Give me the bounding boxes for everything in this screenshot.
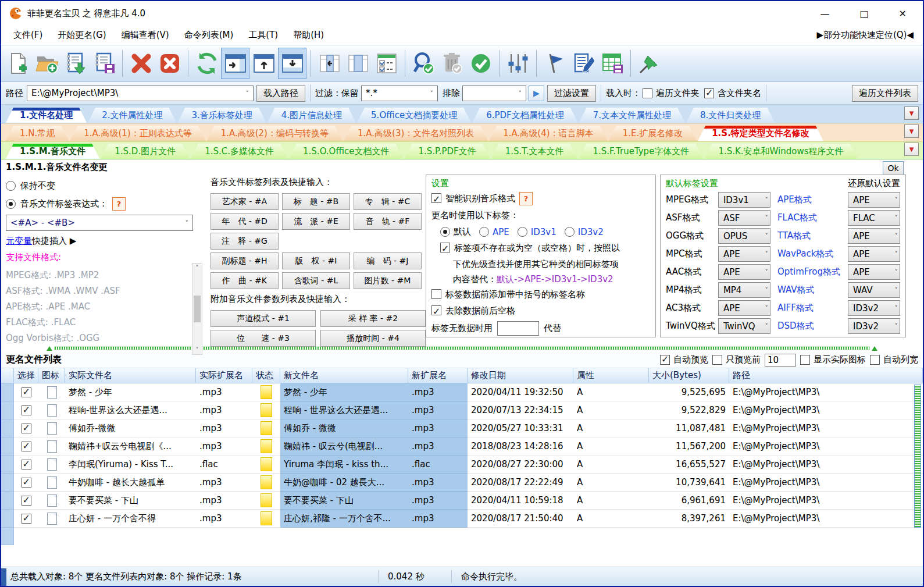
apply-filter-button[interactable]: [529, 86, 544, 101]
show-real-icons-checkbox[interactable]: [800, 355, 810, 365]
panel-right-button[interactable]: [221, 48, 249, 79]
row-checkbox[interactable]: [22, 460, 31, 469]
traverse-folders-checkbox[interactable]: [643, 88, 652, 98]
tag-button-7[interactable]: 副标题 - #H: [211, 252, 279, 269]
menu-item-4[interactable]: 工具(T): [241, 28, 286, 42]
edit-list-button[interactable]: [569, 48, 598, 79]
exclude-combobox[interactable]: [462, 86, 526, 101]
param-button-3[interactable]: 播放时间 - #4: [320, 330, 426, 347]
chevron-down-icon[interactable]: [765, 214, 768, 222]
row-checkbox[interactable]: [22, 387, 31, 397]
refresh-button[interactable]: [192, 48, 221, 79]
sub-tab-1[interactable]: 1.A.高级(1)：正则表达式等: [70, 126, 205, 141]
bracket-prefix-checkbox[interactable]: [431, 289, 441, 299]
panel-top-button[interactable]: [249, 48, 278, 79]
ok-button[interactable]: Ok: [883, 161, 904, 175]
row-checkbox[interactable]: [22, 478, 31, 488]
column-left-button[interactable]: [315, 48, 344, 79]
tag-button-3[interactable]: 年 代 - #D: [211, 213, 279, 230]
tag-expression-radio[interactable]: [6, 199, 16, 209]
main-overflow-button[interactable]: [904, 106, 919, 120]
format-select[interactable]: ID3v2: [848, 318, 900, 334]
format-select[interactable]: APE: [848, 228, 900, 244]
formats-scrollbar[interactable]: [192, 263, 202, 355]
row-checkbox[interactable]: [22, 514, 31, 524]
scroll-down-icon[interactable]: [196, 347, 199, 353]
menu-item-0[interactable]: 文件(F): [6, 28, 50, 42]
format-select[interactable]: APE: [848, 192, 900, 208]
splitter-handle[interactable]: [54, 346, 870, 350]
row-checkbox[interactable]: [22, 424, 31, 433]
menu-item-2[interactable]: 编辑查看(V): [114, 28, 177, 42]
column-center-button[interactable]: [344, 48, 372, 79]
trim-spaces-checkbox[interactable]: [431, 305, 441, 315]
main-tab-7[interactable]: 8.文件归类处理: [686, 108, 775, 123]
sub-tab-3[interactable]: 1.A.高级(3)：文件名对照列表: [344, 126, 488, 141]
file-list-scrollbar[interactable]: [914, 385, 921, 528]
filetype-tab-2[interactable]: 1.S.C.多媒体文件: [191, 144, 288, 159]
menu-item-1[interactable]: 开始更名(G): [50, 28, 113, 42]
chevron-down-icon[interactable]: [765, 268, 768, 276]
chevron-down-icon[interactable]: [765, 286, 768, 294]
filter-settings-button[interactable]: 过滤设置: [547, 85, 596, 102]
clear-list-button[interactable]: [155, 48, 184, 79]
open-folder-button[interactable]: [33, 48, 61, 79]
load-list-button[interactable]: [61, 48, 90, 79]
column-header-2[interactable]: 实际文件名: [65, 368, 196, 383]
trash-check-button[interactable]: [438, 48, 466, 79]
tag-button-4[interactable]: 流 派 - #E: [282, 213, 350, 230]
chevron-down-icon[interactable]: [765, 232, 768, 240]
chevron-down-icon[interactable]: [895, 214, 898, 222]
format-select[interactable]: APE: [718, 264, 770, 280]
chevron-down-icon[interactable]: [895, 250, 898, 258]
scrollbar-thumb[interactable]: [194, 296, 201, 322]
save-list-button[interactable]: [90, 48, 118, 79]
pin-button[interactable]: [635, 48, 663, 79]
auto-column-width-checkbox[interactable]: [870, 355, 880, 365]
tag-source-radio-1[interactable]: [479, 227, 489, 237]
main-tab-5[interactable]: 6.PDF文档属性处理: [472, 108, 578, 123]
chevron-down-icon[interactable]: [765, 304, 768, 312]
chevron-down-icon[interactable]: [765, 250, 768, 258]
format-select[interactable]: WAV: [848, 282, 900, 298]
sub-tab-0[interactable]: 1.N.常规: [6, 126, 69, 141]
format-select[interactable]: TwinVQ: [718, 318, 770, 334]
tag-button-1[interactable]: 标 题 - #B: [282, 193, 350, 210]
help-icon[interactable]: [519, 192, 533, 205]
filetype-tab-3[interactable]: 1.S.O.Office文档文件: [289, 144, 403, 159]
sub-overflow-button[interactable]: [904, 124, 919, 138]
format-select[interactable]: APE: [718, 300, 770, 316]
preview-first-checkbox[interactable]: [712, 355, 722, 365]
chevron-down-icon[interactable]: [895, 196, 898, 204]
row-checkbox[interactable]: [22, 405, 31, 415]
filter-combobox[interactable]: *.*: [361, 86, 438, 101]
tag-button-6[interactable]: 注 释 - #G: [211, 233, 279, 250]
format-select[interactable]: APE: [848, 246, 900, 262]
tag-button-9[interactable]: 编 码 - #J: [354, 252, 422, 269]
main-tab-4[interactable]: 5.Office文档摘要处理: [357, 108, 471, 123]
format-select[interactable]: ASF: [718, 210, 770, 226]
quick-locate-label[interactable]: ▶部分功能快速定位(Q)◀: [816, 30, 918, 41]
delete-selected-button[interactable]: [127, 48, 155, 79]
tag-button-0[interactable]: 艺术家 - #A: [211, 193, 279, 210]
filetype-tab-7[interactable]: 1.S.K.安卓和Windows程序文件: [704, 144, 857, 159]
sub-tab-6[interactable]: 1.S.特定类型文件名修改: [698, 126, 823, 141]
tag-button-5[interactable]: 音 轨 - #F: [354, 213, 422, 230]
chevron-down-icon[interactable]: [895, 268, 898, 276]
chevron-down-icon[interactable]: [765, 196, 768, 204]
chevron-down-icon[interactable]: [895, 232, 898, 240]
table-save-button[interactable]: [598, 48, 626, 79]
tag-source-radio-3[interactable]: [565, 227, 575, 237]
minimize-button[interactable]: —: [820, 8, 829, 19]
main-tab-0[interactable]: 1.文件名处理: [6, 108, 87, 123]
filetype-tab-5[interactable]: 1.S.T.文本文件: [491, 144, 578, 159]
format-select[interactable]: MP4: [718, 282, 770, 298]
empty-tag-input[interactable]: [497, 321, 539, 336]
format-select[interactable]: ID3v2: [848, 300, 900, 316]
row-checkbox[interactable]: [22, 442, 31, 451]
scroll-up-icon[interactable]: [196, 265, 199, 271]
traverse-file-list-button[interactable]: 遍历文件列表: [852, 85, 918, 102]
column-header-6[interactable]: 新扩展名: [408, 368, 468, 383]
smart-detect-checkbox[interactable]: [431, 193, 441, 203]
preview-count-input[interactable]: [765, 354, 796, 367]
